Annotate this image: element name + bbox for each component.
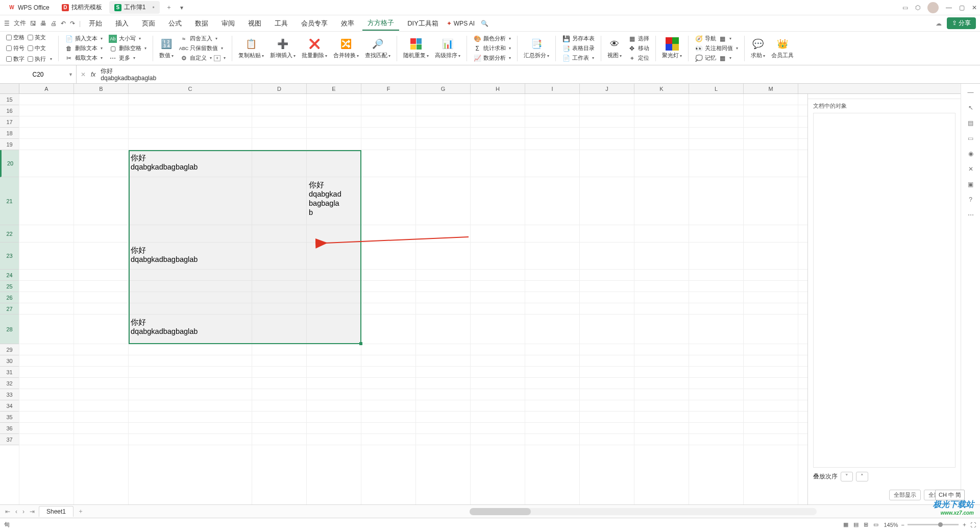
bookmark-icon[interactable]: ▣ bbox=[968, 181, 973, 188]
menu-wps-ai[interactable]: ✦WPS AI bbox=[447, 20, 475, 27]
tab-next-icon[interactable]: › bbox=[21, 508, 26, 515]
chart-style-icon[interactable]: ◉ bbox=[968, 150, 973, 157]
btn-stat-sum[interactable]: Σ统计求和▾ bbox=[473, 44, 511, 53]
undo-icon[interactable]: ↶ bbox=[61, 20, 66, 27]
row-header-26[interactable]: 26 bbox=[0, 292, 19, 303]
row-header-18[interactable]: 18 bbox=[0, 128, 19, 139]
btn-view[interactable]: 👁视图▾ bbox=[605, 36, 624, 60]
chk-blank[interactable]: 空格 bbox=[6, 34, 24, 41]
menu-member[interactable]: 会员专享 bbox=[296, 17, 333, 30]
btn-insert-text[interactable]: 📄插入文本▾ bbox=[65, 35, 103, 43]
row-header-22[interactable]: 22 bbox=[0, 225, 19, 243]
tab-menu-button[interactable]: ▾ bbox=[176, 2, 187, 13]
btn-data-analysis[interactable]: 📈数据分析▾ bbox=[473, 54, 511, 62]
btn-advanced-sort[interactable]: 📊高级排序▾ bbox=[433, 36, 462, 60]
col-header-I[interactable]: I bbox=[525, 84, 580, 93]
btn-custom[interactable]: ⚙自定义▾ +▾ bbox=[180, 54, 226, 62]
row-header-21[interactable]: 21 bbox=[0, 177, 19, 225]
tab-prev-icon[interactable]: ‹ bbox=[14, 508, 18, 515]
btn-round[interactable]: ≈四舍五入▾ bbox=[180, 35, 226, 43]
btn-case[interactable]: Ab大小写▾ bbox=[109, 35, 146, 43]
namebox-dropdown-icon[interactable]: ▼ bbox=[68, 72, 73, 77]
show-all-button[interactable]: 全部显示 bbox=[889, 490, 921, 500]
view-page-icon[interactable]: ▤ bbox=[853, 521, 859, 528]
selection-handle[interactable] bbox=[359, 342, 362, 345]
share-button[interactable]: ⇪ 分享 bbox=[947, 17, 976, 29]
btn-spotlight[interactable]: 聚光灯▾ bbox=[660, 36, 684, 60]
col-header-L[interactable]: L bbox=[689, 84, 744, 93]
menu-diy-toolbox[interactable]: DIY工具箱 bbox=[402, 17, 444, 30]
col-header-F[interactable]: F bbox=[361, 84, 416, 93]
col-header-M[interactable]: M bbox=[744, 84, 798, 93]
menu-data[interactable]: 数据 bbox=[190, 17, 213, 30]
more-icon[interactable]: ⋯ bbox=[968, 211, 974, 219]
btn-select[interactable]: ▦选择 bbox=[628, 35, 649, 43]
chk-execute[interactable]: 执行 bbox=[28, 55, 46, 63]
col-header-B[interactable]: B bbox=[74, 84, 129, 93]
row-header-28[interactable]: 28 bbox=[0, 315, 19, 344]
btn-save-as-table[interactable]: 💾另存本表 bbox=[562, 35, 595, 43]
btn-intercept-text[interactable]: ✂截取文本▾ bbox=[65, 54, 103, 62]
help-circle-icon[interactable]: ? bbox=[969, 196, 972, 203]
view-pagebreak-icon[interactable]: ⊞ bbox=[864, 521, 868, 528]
menu-review[interactable]: 审阅 bbox=[216, 17, 240, 30]
btn-table-dir[interactable]: 📑表格目录 bbox=[562, 44, 595, 53]
file-menu[interactable]: 文件 bbox=[14, 19, 26, 28]
window-minimize-icon[interactable]: — bbox=[946, 4, 952, 11]
menu-fanggezi[interactable]: 方方格子 bbox=[362, 16, 399, 31]
tab-last-icon[interactable]: ⇥ bbox=[29, 508, 36, 515]
save-icon[interactable]: 🖫 bbox=[30, 20, 36, 27]
col-header-E[interactable]: E bbox=[307, 84, 361, 93]
cube-icon[interactable]: ⬡ bbox=[915, 4, 920, 11]
row-header-15[interactable]: 15 bbox=[0, 94, 19, 105]
btn-memo[interactable]: 💭记忆 ▦▾ bbox=[695, 54, 738, 62]
chk-english[interactable]: 英文 bbox=[28, 34, 46, 41]
col-header-J[interactable]: J bbox=[580, 84, 634, 93]
row-headers[interactable]: 1516171819202122232425262728293031323334… bbox=[0, 94, 19, 445]
btn-numeric[interactable]: 🔢数值▾ bbox=[157, 36, 176, 60]
btn-color-analysis[interactable]: 🎨颜色分析▾ bbox=[473, 35, 511, 43]
column-headers[interactable]: ABCDEFGHIJKLM bbox=[19, 84, 961, 94]
zoom-in-icon[interactable]: ＋ bbox=[962, 521, 967, 528]
col-header-D[interactable]: D bbox=[252, 84, 307, 93]
app-menu-icon[interactable]: ☰ bbox=[4, 20, 10, 27]
fx-icon[interactable]: fx bbox=[91, 71, 95, 78]
new-tab-button[interactable]: ＋ bbox=[162, 1, 176, 14]
search-icon[interactable]: 🔍 bbox=[481, 20, 488, 27]
col-header-G[interactable]: G bbox=[416, 84, 471, 93]
view-normal-icon[interactable]: ▦ bbox=[843, 521, 848, 528]
row-header-19[interactable]: 19 bbox=[0, 139, 19, 150]
row-header-35[interactable]: 35 bbox=[0, 412, 19, 423]
redo-icon[interactable]: ↷ bbox=[70, 20, 75, 27]
menu-view[interactable]: 视图 bbox=[243, 17, 266, 30]
row-header-29[interactable]: 29 bbox=[0, 344, 19, 355]
col-header-K[interactable]: K bbox=[634, 84, 689, 93]
chk-symbol[interactable]: 符号 bbox=[6, 44, 24, 52]
settings-icon[interactable]: ✕ bbox=[968, 165, 973, 173]
tab-wps-home[interactable]: W WPS Office bbox=[3, 2, 55, 13]
window-maximize-icon[interactable]: ▢ bbox=[959, 4, 965, 11]
btn-batch-delete[interactable]: ❌批量删除▾ bbox=[300, 36, 329, 60]
btn-delete-text[interactable]: 🗑删除文本▾ bbox=[65, 44, 103, 53]
chk-chinese[interactable]: 中文 bbox=[28, 44, 46, 52]
row-header-16[interactable]: 16 bbox=[0, 105, 19, 116]
pointer-icon[interactable]: ↖ bbox=[968, 104, 973, 111]
btn-copy-paste[interactable]: 📋复制粘贴▾ bbox=[236, 36, 266, 60]
row-header-32[interactable]: 32 bbox=[0, 378, 19, 389]
menu-start[interactable]: 开始 bbox=[84, 17, 107, 30]
formula-text[interactable]: 你好 dqabgkadbagbaglab bbox=[101, 67, 156, 82]
menu-tools[interactable]: 工具 bbox=[270, 17, 293, 30]
cloud-icon[interactable]: ☁ bbox=[936, 20, 942, 27]
row-header-23[interactable]: 23 bbox=[0, 243, 19, 270]
cancel-icon[interactable]: ✕ bbox=[81, 71, 86, 78]
tab-close-icon[interactable]: • bbox=[152, 4, 154, 11]
row-header-25[interactable]: 25 bbox=[0, 281, 19, 292]
col-header-A[interactable]: A bbox=[19, 84, 74, 93]
cell-reference-input[interactable] bbox=[0, 71, 76, 78]
row-header-36[interactable]: 36 bbox=[0, 423, 19, 434]
print-preview-icon[interactable]: 🖨 bbox=[51, 20, 57, 27]
properties-icon[interactable]: ▤ bbox=[968, 119, 973, 127]
select-all-corner[interactable] bbox=[0, 84, 19, 94]
btn-help[interactable]: 💬求助▾ bbox=[749, 36, 767, 60]
menu-page[interactable]: 页面 bbox=[137, 17, 160, 30]
